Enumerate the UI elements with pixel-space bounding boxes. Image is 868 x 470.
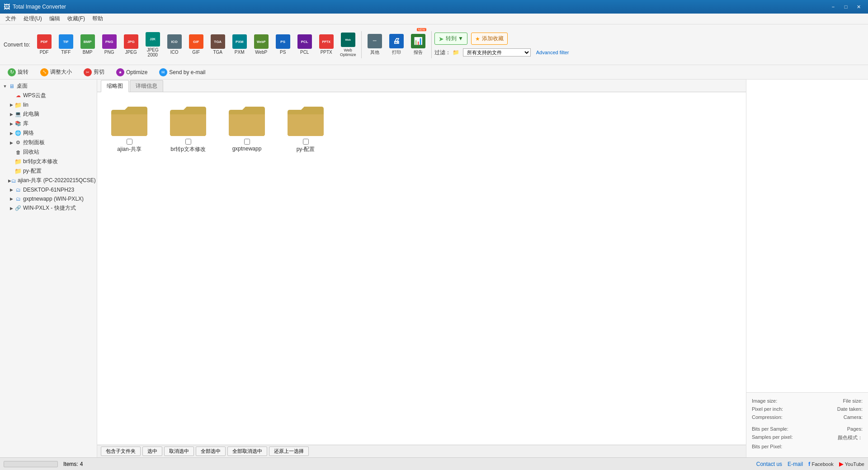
bits-per-pixel-label: Bits per Pixel:: [752, 444, 782, 449]
format-pptx[interactable]: PPTX PPTX: [316, 27, 337, 63]
format-bmp[interactable]: BMP BMP: [77, 27, 98, 63]
content-area: 缩略图 详细信息 ajian-共享: [97, 80, 746, 457]
folder-thumb-gxpt: [226, 103, 267, 137]
select-button[interactable]: 选中: [142, 446, 162, 456]
sidebar-item-py[interactable]: 📁 py-配置: [6, 166, 97, 176]
network-icon: 🌐: [14, 130, 22, 137]
folder-name-py: py-配置: [297, 146, 315, 153]
folder-name-br: br转p文本修改: [170, 146, 205, 153]
toolbar-divider2: [431, 31, 432, 58]
format-pxm[interactable]: PXM PXM: [229, 27, 250, 63]
format-gif[interactable]: GIF GIF: [186, 27, 207, 63]
sidebar-item-br[interactable]: 📁 br转p文本修改: [6, 157, 97, 166]
sidebar-item-control-panel[interactable]: ▶ ⚙ 控制面板: [6, 138, 97, 147]
filter-select[interactable]: 所有支持的文件: [463, 48, 531, 56]
format-web-optimize[interactable]: Web Web Optimize: [338, 27, 359, 63]
sidebar-item-ajian[interactable]: ▶ 🗂 ajian-共享 (PC-20220215QCSE): [6, 176, 97, 185]
maximize-button[interactable]: □: [840, 2, 852, 11]
youtube-link[interactable]: ▶ YouTube: [839, 461, 864, 467]
folder-checkbox-gxpt[interactable]: [244, 139, 250, 145]
restore-selection-button[interactable]: 还原上一选择: [269, 446, 309, 456]
info-row-samples: Samples per pixel: 颜色模式：: [752, 434, 863, 441]
folder-item-py[interactable]: py-配置: [281, 99, 330, 157]
bottom-bar: 包含子文件夹 选中 取消选中 全部选中 全部取消选中 还原上一选择: [97, 445, 746, 457]
sidebar-item-computer[interactable]: ▶ 💻 此电脑: [6, 109, 97, 119]
sidebar-item-recycle[interactable]: 🗑 回收站: [6, 147, 97, 157]
folder-item-br[interactable]: br转p文本修改: [163, 99, 213, 157]
deselect-all-button[interactable]: 全部取消选中: [227, 446, 267, 456]
format-png[interactable]: PNG PNG: [99, 27, 120, 63]
format-buttons: PDF PDF TIF TIFF BMP BMP PNG PNG JPG JPE…: [34, 27, 864, 63]
desktop-icon: 🖥: [8, 83, 15, 90]
youtube-icon: ▶: [839, 461, 844, 467]
crop-button[interactable]: ✂ 剪切: [80, 66, 108, 78]
items-label: Items:: [63, 461, 78, 467]
add-bookmark-button[interactable]: ★ 添加收藏: [471, 33, 508, 45]
format-pcl[interactable]: PCL PCL: [294, 27, 315, 63]
email-link[interactable]: E-mail: [788, 461, 803, 467]
resize-button[interactable]: ⤡ 调整大小: [36, 66, 76, 78]
format-ico[interactable]: ICO ICO: [164, 27, 185, 63]
optimize-icon: ★: [116, 68, 124, 76]
folder-thumb-ajian: [109, 103, 150, 137]
format-webp[interactable]: WebP WebP: [251, 27, 272, 63]
folder-checkbox-py[interactable]: [303, 139, 309, 145]
file-size-label: File size:: [843, 398, 863, 404]
sidebar-item-network[interactable]: ▶ 🌐 网络: [6, 128, 97, 138]
sidebar-item-library[interactable]: ▶ 📚 库: [6, 119, 97, 128]
folder-icon3: 📁: [14, 168, 22, 175]
format-jpeg2000[interactable]: J2K JPEG 2000: [142, 27, 163, 63]
sidebar-item-desktop[interactable]: ▼ 🖥 桌面: [0, 81, 97, 91]
tab-thumbnail[interactable]: 缩略图: [101, 80, 129, 92]
preview-area: [746, 80, 868, 393]
contact-us-link[interactable]: Contact us: [756, 461, 782, 467]
folder-checkbox-br[interactable]: [185, 139, 191, 145]
format-tga[interactable]: TGA TGA: [208, 27, 228, 63]
folder-checkbox-ajian[interactable]: [127, 139, 132, 145]
folder-thumb-py: [285, 103, 326, 137]
menu-process[interactable]: 处理(U): [20, 14, 46, 24]
print-button[interactable]: 🖨 打印: [386, 27, 407, 63]
folder-name-ajian: ajian-共享: [117, 146, 141, 153]
menu-favorites[interactable]: 收藏(F): [64, 14, 89, 24]
secondary-toolbar: ↻ 旋转 ⤡ 调整大小 ✂ 剪切 ★ Optimize ✉ Send by e-…: [0, 65, 868, 80]
folder-item-gxpt[interactable]: gxptnewapp: [222, 99, 272, 157]
tab-details[interactable]: 详细信息: [130, 80, 163, 92]
items-count: 4: [80, 461, 83, 467]
format-pdf[interactable]: PDF PDF: [34, 27, 55, 63]
info-row-image-size: Image size: File size:: [752, 398, 863, 404]
arrow-icon: ➤: [439, 35, 444, 42]
sidebar-item-wps[interactable]: ☁ WPS云盘: [6, 91, 97, 100]
menu-file[interactable]: 文件: [2, 14, 20, 24]
report-button[interactable]: NEW 📊 报告: [408, 27, 429, 63]
advanced-filter-link[interactable]: Advanced filter: [536, 50, 569, 55]
format-ps[interactable]: PS PS: [273, 27, 293, 63]
sidebar-item-lin[interactable]: ▶ 📁 lin: [6, 100, 97, 109]
rotate-button[interactable]: ↻ 旋转: [4, 66, 33, 78]
sidebar-item-desktop61[interactable]: ▶ 🗂 DESKTOP-61NPH23: [6, 185, 97, 194]
close-button[interactable]: ✕: [853, 2, 864, 11]
sidebar: ▼ 🖥 桌面 ☁ WPS云盘 ▶ 📁 lin ▶ 💻 此电脑 ▶ 📚 库: [0, 80, 97, 457]
send-email-button[interactable]: ✉ Send by e-mail: [155, 66, 209, 78]
format-tiff[interactable]: TIF TIFF: [56, 27, 76, 63]
main-layout: ▼ 🖥 桌面 ☁ WPS云盘 ▶ 📁 lin ▶ 💻 此电脑 ▶ 📚 库: [0, 80, 868, 457]
image-size-label: Image size:: [752, 398, 777, 404]
minimize-button[interactable]: −: [827, 2, 839, 11]
convert-to-button[interactable]: ➤ 转到 ▼: [434, 33, 467, 45]
format-jpeg[interactable]: JPG JPEG: [121, 27, 142, 63]
include-subfolders-button[interactable]: 包含子文件夹: [101, 446, 141, 456]
folder-item-ajian[interactable]: ajian-共享: [104, 99, 154, 157]
email-icon: ✉: [159, 68, 167, 76]
menu-help[interactable]: 帮助: [89, 14, 107, 24]
format-other[interactable]: ··· 其他: [364, 27, 385, 63]
deselect-button[interactable]: 取消选中: [164, 446, 194, 456]
select-all-button[interactable]: 全部选中: [196, 446, 226, 456]
sidebar-item-gxpt[interactable]: ▶ 🗂 gxptnewapp (WIN-PXLX): [6, 194, 97, 203]
sidebar-item-win[interactable]: ▶ 🔗 WIN-PXLX - 快捷方式: [6, 203, 97, 213]
menu-edit[interactable]: 编辑: [46, 14, 64, 24]
facebook-link[interactable]: f Facebook: [808, 461, 834, 467]
convert-toolbar: Convert to: PDF PDF TIF TIFF BMP BMP PNG…: [0, 24, 868, 65]
optimize-button[interactable]: ★ Optimize: [112, 66, 151, 78]
date-taken-label: Date taken:: [837, 406, 863, 412]
file-browser: ajian-共享 br转p文本修改: [97, 92, 746, 445]
